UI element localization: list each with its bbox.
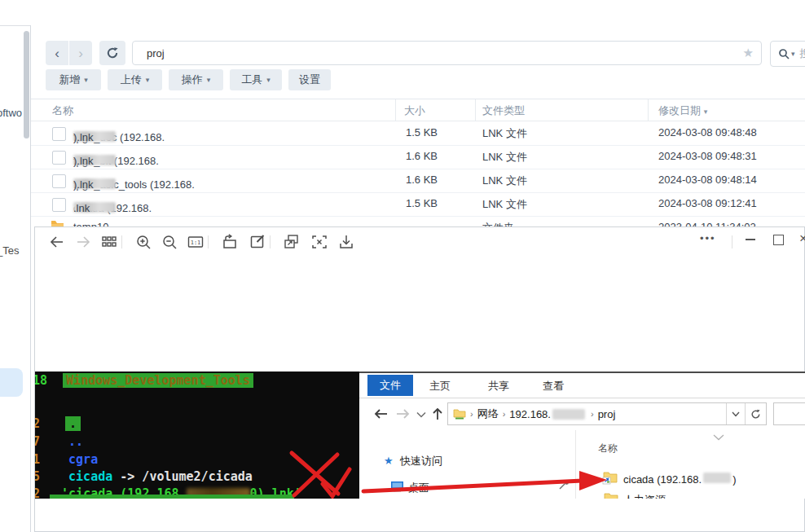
sidebar-divider xyxy=(575,430,576,499)
folder-icon xyxy=(604,492,618,499)
zoom-out-icon xyxy=(161,233,178,251)
file-type: LNK 文件 xyxy=(482,126,527,141)
file-type: LNK 文件 xyxy=(482,197,527,212)
sort-caret-icon: ▾ xyxy=(704,108,708,116)
zoom-in-icon xyxy=(134,233,152,251)
image-viewer-window: 1:1 ••• × xyxy=(34,226,805,532)
bookmark-star-icon[interactable]: ★ xyxy=(743,46,761,60)
modified-label: 修改日期 xyxy=(658,104,701,117)
arrow-right-icon xyxy=(74,233,92,251)
file-row[interactable]: fpga_asic_tools (192.168.).lnk 1.6 KB LN… xyxy=(31,169,805,193)
refresh-icon xyxy=(750,409,761,420)
scrollbar-thumb[interactable] xyxy=(24,31,29,138)
redacted-ip xyxy=(552,409,585,420)
search-icon xyxy=(778,48,790,59)
search-hint: 搜 xyxy=(800,46,805,61)
terminal-screenshot: 18 Windows_Development_Tools 2 . 7 .. 1 … xyxy=(35,372,359,499)
actual-size-button[interactable]: 1:1 xyxy=(187,233,205,251)
column-header-name[interactable]: 名称 xyxy=(52,103,73,118)
row-checkbox[interactable] xyxy=(52,151,66,165)
file-type: LNK 文件 xyxy=(482,150,527,165)
shortcut-folder-icon xyxy=(602,471,618,485)
file-modified: 2024-03-08 09:48:31 xyxy=(658,150,757,162)
rotate-button[interactable] xyxy=(221,233,239,251)
toolbar-separator xyxy=(121,235,122,248)
minimize-button[interactable] xyxy=(746,239,755,240)
dotdot-directory: .. xyxy=(68,434,83,449)
caret-icon: ▾ xyxy=(207,76,211,84)
menu-tools-label: 工具 xyxy=(241,73,262,87)
file-row[interactable]: fpga_bit (192.168.).lnk 1.6 KB LNK 文件 20… xyxy=(31,145,805,169)
menu-action-button[interactable]: 操作▾ xyxy=(169,69,223,90)
viewer-back-button[interactable] xyxy=(48,233,66,251)
menu-settings-button[interactable]: 设置 xyxy=(288,69,331,90)
refresh-button[interactable] xyxy=(99,41,125,65)
explorer-item-cicada: cicada (192.168.) xyxy=(623,473,736,486)
terminal-line: 1 cgra xyxy=(35,452,98,467)
viewer-thumbnails-button[interactable] xyxy=(100,233,118,251)
up-arrow-icon xyxy=(431,407,444,421)
menu-new-button[interactable]: 新增▾ xyxy=(46,69,101,90)
column-chevron-icon xyxy=(713,434,724,441)
column-header-modified[interactable]: 修改日期 ▾ xyxy=(658,103,707,118)
maximize-button[interactable] xyxy=(773,235,784,245)
crumb-network: 网络 xyxy=(477,407,499,421)
text-select-button[interactable] xyxy=(310,233,328,251)
network-folder-icon xyxy=(453,408,466,420)
back-chevron-icon: ‹ xyxy=(55,46,59,60)
one-to-one-icon: 1:1 xyxy=(187,233,205,251)
explorer-screenshot: 文件 主页 共享 查看 › 网络 › 192.168. › proj xyxy=(359,372,805,499)
terminal-highlighted-row-partial xyxy=(50,495,294,499)
viewer-forward-button[interactable] xyxy=(74,233,92,251)
file-modified: 2024-03-08 09:12:41 xyxy=(658,197,757,209)
history-chevron-icon xyxy=(416,411,426,418)
sidebar-quick-access: 快速访问 xyxy=(400,454,442,468)
crumb-folder: proj xyxy=(598,408,616,420)
save-button[interactable] xyxy=(337,233,355,251)
caret-icon: ▾ xyxy=(146,76,150,84)
file-modified: 2024-03-08 09:48:48 xyxy=(658,126,757,138)
dot-directory: . xyxy=(65,416,81,431)
search-box[interactable]: ▾ 搜 xyxy=(770,41,805,67)
rotate-icon xyxy=(221,233,239,251)
file-row[interactable]: cicada (192.168..lnk 1.5 KB LNK 文件 2024-… xyxy=(31,192,805,217)
close-button[interactable]: × xyxy=(799,231,805,247)
toolbar-separator xyxy=(208,235,209,248)
edit-button[interactable] xyxy=(249,233,266,251)
nav-forward-button[interactable]: › xyxy=(69,41,92,65)
pin-icon xyxy=(558,479,570,490)
sidebar-desktop: 桌面 xyxy=(408,481,429,495)
cgra-directory: cgra xyxy=(68,452,98,467)
zoom-in-button[interactable] xyxy=(134,233,152,251)
explorer-item-hr: 人力资源 xyxy=(623,493,666,499)
address-dropdown-icon xyxy=(732,411,740,417)
path-bar[interactable]: proj ★ xyxy=(132,41,762,65)
left-strip-selected-item[interactable] xyxy=(0,368,23,397)
terminal-line: 5 cicada -> /volume2/cicada xyxy=(35,469,253,484)
column-divider xyxy=(648,99,649,121)
breadcrumb-sep-icon: › xyxy=(470,409,473,419)
row-checkbox[interactable] xyxy=(52,174,66,188)
column-header-type[interactable]: 文件类型 xyxy=(482,103,525,118)
row-checkbox[interactable] xyxy=(52,127,66,141)
menu-settings-label: 设置 xyxy=(299,73,320,87)
menu-new-label: 新增 xyxy=(59,73,80,87)
breadcrumb-sep-icon: › xyxy=(591,409,594,419)
file-type: LNK 文件 xyxy=(482,174,527,188)
copy-to-button[interactable] xyxy=(283,233,301,251)
terminal-header-line: 18 Windows_Development_Tools xyxy=(35,373,253,388)
caret-icon: ▾ xyxy=(266,76,271,84)
row-checkbox[interactable] xyxy=(52,198,66,212)
crumb-ip: 192.168. xyxy=(509,408,551,420)
explorer-forward-icon xyxy=(395,407,411,420)
menu-upload-button[interactable]: 上传▾ xyxy=(108,69,162,90)
left-strip-text-top: oftwo xyxy=(0,107,22,119)
more-options-button[interactable]: ••• xyxy=(700,232,716,244)
edit-icon xyxy=(249,233,266,251)
file-size: 1.6 KB xyxy=(406,174,438,186)
nav-back-button[interactable]: ‹ xyxy=(46,41,68,65)
zoom-out-button[interactable] xyxy=(161,233,178,251)
menu-tools-button[interactable]: 工具▾ xyxy=(230,69,282,90)
column-header-size[interactable]: 大小 xyxy=(404,103,425,118)
file-row[interactable]: fpga_doc (192.168.).lnk 1.5 KB LNK 文件 20… xyxy=(31,121,805,146)
